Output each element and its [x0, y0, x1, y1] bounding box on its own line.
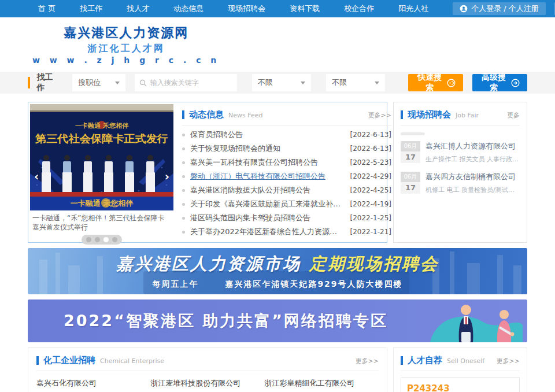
- news-link[interactable]: 关于印发《嘉兴港区鼓励新员工来港就业补助操作...: [190, 199, 345, 209]
- news-item: 关于举办2022年港区新春综合性人力资源暨春风...[2022-1-21]: [182, 225, 391, 239]
- news-link[interactable]: 关于举办2022年港区新春综合性人力资源暨春风...: [190, 227, 345, 237]
- talent-card[interactable]: P243243 男 ｜ 嘉兴市>嘉兴港区 ｜ 八年以上: [401, 377, 520, 392]
- job-fair-item-info: 嘉兴四方友信制桶有限公司 机修工 电工 质量检验员/测试员 叉车...: [426, 172, 520, 194]
- news-date: [2022-4-25]: [350, 186, 391, 194]
- personal-login-button[interactable]: 个人登录 / 个人注册: [453, 2, 546, 15]
- banner2-title: 2022“智聚港区 助力共富”网络招聘专区: [64, 310, 388, 331]
- main-menu: 首 页 找工作 找人才 动态信息 现场招聘会 资料下载 校企合作 阳光人社: [38, 3, 453, 14]
- news-link[interactable]: 关于恢复现场招聘会的通知: [190, 143, 345, 154]
- news-link[interactable]: 嘉兴港区消防救援大队公开招聘公告: [190, 185, 345, 195]
- filter-select-1[interactable]: 不限: [252, 74, 311, 91]
- nav-find-job[interactable]: 找工作: [80, 3, 102, 14]
- carousel-dots: [82, 235, 122, 245]
- site-url: w w w . z j h g r c . c n: [32, 56, 220, 65]
- bullet-icon: [182, 134, 185, 136]
- chemical-header: 化工企业招聘 Chemical Enterprise 更多>>: [36, 355, 379, 371]
- company-item[interactable]: 浙江彩皇精细化工有限公司 普工（制造科） 营业担当: [264, 378, 378, 392]
- job-fair-header: 现场招聘会 Job Fair 更多: [401, 109, 520, 125]
- news-feed-title: 动态信息: [189, 109, 224, 120]
- bullet-icon: [182, 189, 185, 192]
- company-item[interactable]: 嘉兴石化有限公司 工艺员 设备管理 警卫（残疾工）: [36, 378, 150, 392]
- news-link[interactable]: 港区码头范围内集卡驾驶员招聘公告: [190, 213, 345, 223]
- quick-search-button[interactable]: 快速搜索: [408, 74, 463, 91]
- company-name[interactable]: 嘉兴石化有限公司: [36, 378, 150, 389]
- chevron-down-icon: [375, 82, 379, 84]
- filter-select-2[interactable]: 不限: [326, 74, 385, 91]
- quick-search-label: 快速搜索: [416, 72, 443, 93]
- chemical-more-link[interactable]: 更多>>: [356, 357, 379, 365]
- top-navigation: 首 页 找工作 找人才 动态信息 现场招聘会 资料下载 校企合作 阳光人社 个人…: [0, 0, 555, 17]
- job-fair-panel: 现场招聘会 Job Fair 更多 06月 17 嘉兴汇博人力资源有限公司 生产…: [393, 102, 527, 243]
- nav-news[interactable]: 动态信息: [173, 3, 204, 14]
- carousel-dot-2[interactable]: [95, 237, 100, 242]
- section-accent-bar: [182, 110, 184, 119]
- news-date: [2022-6-13]: [350, 131, 391, 139]
- site-subname: 浙江化工人才网: [32, 43, 220, 55]
- nav-downloads[interactable]: 资料下载: [290, 3, 320, 14]
- bullet-icon: [182, 231, 185, 234]
- news-item: 关于恢复现场招聘会的通知[2022-6-13]: [182, 142, 391, 156]
- news-link[interactable]: 嘉兴美一瓦科技有限责任公司招聘公告: [190, 157, 345, 168]
- carousel-caption[interactable]: 一卡融通，“禾”您相伴！第三代社会保障卡嘉兴首发仪式举行: [30, 210, 173, 233]
- bullet-icon: [182, 175, 185, 178]
- filter1-value: 不限: [258, 77, 273, 88]
- job-fair-company[interactable]: 嘉兴四方友信制桶有限公司: [426, 172, 520, 182]
- talent-title: 人才自荐: [408, 355, 442, 366]
- job-fair-item[interactable]: 06月 17 嘉兴四方友信制桶有限公司 机修工 电工 质量检验员/测试员 叉车.…: [401, 172, 520, 194]
- news-link[interactable]: 保育员招聘公告: [190, 130, 345, 140]
- news-feed-subtitle: News Feed: [228, 112, 262, 119]
- bullet-icon: [182, 161, 185, 164]
- news-item: 保育员招聘公告[2022-6-13]: [182, 128, 391, 142]
- slide-main-title: 第三代社会保障卡正式发行: [35, 132, 168, 145]
- carousel-dot-1[interactable]: [86, 237, 91, 242]
- company-name[interactable]: 浙江彩皇精细化工有限公司: [264, 378, 378, 389]
- job-fair-company[interactable]: 嘉兴汇博人力资源有限公司: [426, 141, 520, 151]
- carousel: 一卡融通 禾您相伴 第三代社会保障卡正式发行 一卡融通 禾您相伴 ‹ › 一卡融…: [28, 102, 175, 242]
- nav-home[interactable]: 首 页: [38, 3, 56, 14]
- section-accent-bar: [36, 356, 39, 365]
- news-feed-header: 动态信息 News Feed 更多>>: [182, 109, 391, 125]
- news-list: 保育员招聘公告[2022-6-13] 关于恢复现场招聘会的通知[2022-6-1…: [182, 128, 391, 239]
- chevron-down-icon: [301, 82, 305, 84]
- nav-school-cooperation[interactable]: 校企合作: [344, 3, 374, 14]
- carousel-next-arrow[interactable]: ›: [165, 171, 169, 182]
- job-fair-more-link[interactable]: 更多: [507, 111, 520, 120]
- bottom-row: 化工企业招聘 Chemical Enterprise 更多>> 嘉兴石化有限公司…: [28, 347, 527, 392]
- job-fair-subtitle: Job Fair: [456, 112, 479, 119]
- date-badge-day: 17: [401, 182, 420, 194]
- search-category-select[interactable]: 搜职位: [72, 74, 125, 91]
- section-accent-bar: [401, 356, 403, 365]
- banner1-details: 每周五上午嘉兴港区乍浦镇天妃路929号人防大楼四楼: [152, 279, 402, 290]
- nav-job-fair[interactable]: 现场招聘会: [228, 3, 265, 14]
- talent-id[interactable]: P243243: [407, 383, 513, 392]
- search-input[interactable]: [150, 79, 232, 87]
- advanced-search-button[interactable]: 高级搜索: [472, 74, 527, 91]
- news-more-link[interactable]: 更多>>: [368, 111, 391, 120]
- site-logo[interactable]: 嘉兴港区人力资源网 浙江化工人才网 w w w . z j h g r c . …: [32, 24, 220, 65]
- search-band: 找工作 搜职位 不限 不限 快速搜索 高级搜索: [0, 72, 555, 94]
- news-date: [2022-1-25]: [350, 214, 391, 222]
- bullet-icon: [182, 147, 185, 150]
- carousel-dot-4[interactable]: [112, 237, 117, 242]
- banner1-address: 嘉兴港区乍浦镇天妃路929号人防大楼四楼: [225, 279, 402, 289]
- news-item: 嘉兴港区消防救援大队公开招聘公告[2022-4-25]: [182, 183, 391, 197]
- online-recruitment-banner[interactable]: 2022“智聚港区 助力共富”网络招聘专区: [28, 299, 527, 342]
- company-item[interactable]: 浙江麦堆科技股份有限公司 销售专员 会计 土建主管: [150, 378, 264, 392]
- company-name[interactable]: 浙江麦堆科技股份有限公司: [150, 378, 264, 389]
- news-link[interactable]: 磐动（浙江）电气科技有限公司招聘公告: [190, 171, 345, 182]
- job-fair-banner[interactable]: 嘉兴港区人力资源市场定期现场招聘会 每周五上午嘉兴港区乍浦镇天妃路929号人防大…: [28, 248, 527, 294]
- person-icon: [460, 5, 468, 13]
- carousel-dot-3[interactable]: [103, 237, 109, 242]
- nav-actions: 个人登录 / 个人注册 企业入口: [453, 2, 555, 15]
- nav-find-talent[interactable]: 找人才: [127, 3, 149, 14]
- job-fair-item[interactable]: 06月 17 嘉兴汇博人力资源有限公司 生产操作工 报关文员 人事行政助理...: [401, 141, 520, 164]
- carousel-prev-arrow[interactable]: ‹: [34, 171, 39, 182]
- talent-panel: 人才自荐 Sell Oneself 更多>> P243243 男 ｜ 嘉兴市>嘉…: [393, 347, 527, 392]
- nav-sunshine-hr[interactable]: 阳光人社: [398, 3, 428, 14]
- news-carousel-box: 一卡融通 禾您相伴 第三代社会保障卡正式发行 一卡融通 禾您相伴 ‹ › 一卡融…: [28, 102, 387, 243]
- advanced-search-label: 高级搜索: [480, 72, 508, 93]
- talent-more-link[interactable]: 更多>>: [497, 357, 520, 365]
- carousel-slide-image[interactable]: 一卡融通 禾您相伴 第三代社会保障卡正式发行 一卡融通 禾您相伴: [30, 104, 173, 210]
- news-item: 磐动（浙江）电气科技有限公司招聘公告[2022-4-29]: [182, 169, 391, 183]
- search-accent-bar: [28, 77, 30, 88]
